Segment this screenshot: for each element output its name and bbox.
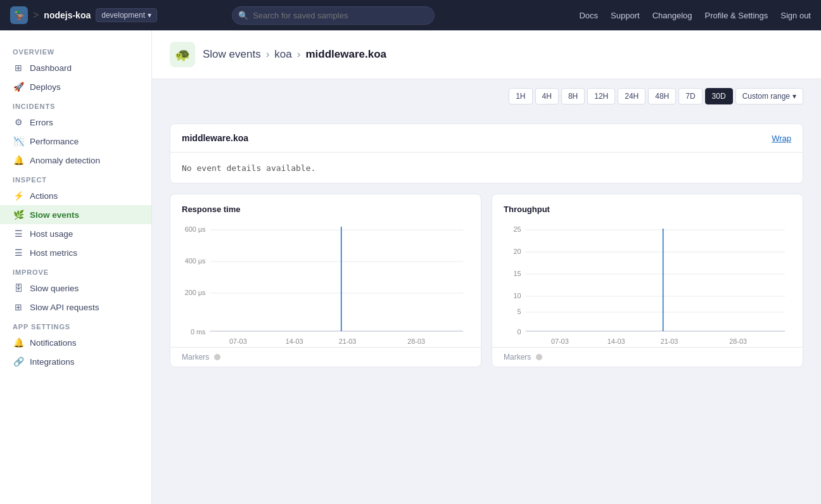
sidebar-label-actions: Actions (30, 191, 58, 201)
slow-api-icon: ⊞ (13, 302, 24, 312)
response-time-chart-area: 600 μs 400 μs 200 μs 0 ms (182, 220, 469, 347)
sidebar: OVERVIEW ⊞ Dashboard 🚀 Deploys INCIDENTS… (0, 30, 152, 504)
response-time-title: Response time (182, 205, 469, 214)
svg-text:20: 20 (514, 248, 521, 255)
sign-out-link[interactable]: Sign out (780, 11, 811, 20)
time-btn-12h[interactable]: 12H (587, 88, 615, 104)
custom-range-label: Custom range (742, 92, 790, 101)
slow-events-icon: 🌿 (13, 210, 24, 220)
time-btn-1h[interactable]: 1H (509, 88, 532, 104)
host-metrics-icon: ☰ (13, 248, 24, 258)
throughput-chart-area: 25 20 15 10 5 0 (504, 220, 791, 347)
throughput-markers: Markers (492, 347, 803, 367)
svg-text:28-03: 28-03 (407, 337, 425, 345)
wrap-link[interactable]: Wrap (772, 134, 791, 143)
breadcrumb-sep-0: › (266, 48, 270, 61)
svg-text:200 μs: 200 μs (185, 289, 206, 296)
charts-row: Response time 600 μs 400 μs 200 μs 0 ms (170, 194, 803, 367)
svg-text:0 ms: 0 ms (191, 328, 206, 336)
sidebar-item-errors[interactable]: ⚙ Errors (0, 113, 151, 132)
topnav: 🦆 > nodejs-koa development ▾ 🔍 Docs Supp… (0, 0, 821, 30)
sidebar-section-improve: IMPROVE (0, 262, 151, 279)
sidebar-label-dashboard: Dashboard (30, 63, 72, 73)
svg-text:600 μs: 600 μs (185, 225, 206, 233)
sidebar-item-integrations[interactable]: 🔗 Integrations (0, 352, 151, 371)
actions-icon: ⚡ (13, 191, 24, 201)
errors-icon: ⚙ (13, 117, 24, 127)
sidebar-item-slow-events[interactable]: 🌿 Slow events (0, 205, 151, 224)
sidebar-item-anomaly[interactable]: 🔔 Anomaly detection (0, 151, 151, 170)
sidebar-item-dashboard[interactable]: ⊞ Dashboard (0, 58, 151, 77)
sidebar-label-deploys: Deploys (30, 82, 61, 92)
sidebar-item-slow-api[interactable]: ⊞ Slow API requests (0, 298, 151, 317)
response-time-card: Response time 600 μs 400 μs 200 μs 0 ms (170, 194, 481, 367)
svg-text:400 μs: 400 μs (185, 257, 206, 265)
breadcrumb-part-0[interactable]: Slow events (203, 48, 261, 61)
sidebar-item-performance[interactable]: 📉 Performance (0, 132, 151, 151)
sidebar-section-app-settings: APP SETTINGS (0, 317, 151, 333)
sidebar-label-anomaly: Anomaly detection (30, 156, 100, 165)
docs-link[interactable]: Docs (579, 11, 598, 20)
main-header: 🐢 Slow events › koa › middleware.koa (152, 30, 821, 79)
breadcrumb-part-1[interactable]: koa (274, 48, 291, 61)
sidebar-item-slow-queries[interactable]: 🗄 Slow queries (0, 279, 151, 298)
env-label: development (101, 11, 145, 20)
sidebar-label-slow-events: Slow events (30, 210, 79, 220)
sidebar-item-host-usage[interactable]: ☰ Host usage (0, 224, 151, 243)
throughput-card: Throughput 25 20 15 10 5 0 (492, 194, 803, 367)
sidebar-item-notifications[interactable]: 🔔 Notifications (0, 333, 151, 352)
anomaly-icon: 🔔 (13, 155, 24, 165)
sidebar-section-incidents: INCIDENTS (0, 96, 151, 113)
deploys-icon: 🚀 (13, 82, 24, 92)
time-btn-custom[interactable]: Custom range ▾ (735, 88, 803, 104)
logo-icon: 🦆 (10, 6, 28, 24)
support-link[interactable]: Support (611, 11, 640, 20)
event-card: middleware.koa Wrap No event details ava… (170, 123, 803, 184)
integrations-icon: 🔗 (13, 356, 24, 367)
main-content: 🐢 Slow events › koa › middleware.koa 1H … (152, 30, 821, 504)
sidebar-item-deploys[interactable]: 🚀 Deploys (0, 77, 151, 96)
sidebar-item-host-metrics[interactable]: ☰ Host metrics (0, 243, 151, 262)
changelog-link[interactable]: Changelog (652, 11, 692, 20)
response-markers-dot (214, 354, 220, 360)
time-btn-4h[interactable]: 4H (535, 88, 559, 104)
sidebar-item-actions[interactable]: ⚡ Actions (0, 186, 151, 205)
svg-text:5: 5 (518, 308, 521, 315)
svg-text:07-03: 07-03 (229, 337, 247, 345)
profile-settings-link[interactable]: Profile & Settings (705, 11, 768, 20)
time-range-bar: 1H 4H 8H 12H 24H 48H 7D 30D Custom range… (152, 79, 821, 113)
event-card-title: middleware.koa (182, 133, 248, 143)
dashboard-icon: ⊞ (13, 63, 24, 73)
event-card-header: middleware.koa Wrap (170, 124, 803, 153)
time-btn-48h[interactable]: 48H (648, 88, 676, 104)
notifications-icon: 🔔 (13, 337, 24, 348)
svg-text:21-03: 21-03 (339, 337, 357, 345)
page-icon: 🐢 (170, 42, 195, 67)
time-btn-24h[interactable]: 24H (618, 88, 646, 104)
throughput-markers-dot (536, 354, 542, 360)
svg-text:25: 25 (514, 225, 521, 233)
sidebar-label-host-metrics: Host metrics (30, 248, 77, 258)
svg-text:14-03: 14-03 (608, 337, 625, 345)
sidebar-label-host-usage: Host usage (30, 229, 73, 239)
response-markers-label: Markers (182, 353, 209, 362)
search-input[interactable] (232, 6, 435, 25)
slow-queries-icon: 🗄 (13, 283, 24, 293)
throughput-title: Throughput (504, 205, 791, 214)
svg-text:28-03: 28-03 (729, 337, 747, 345)
response-time-markers: Markers (170, 347, 481, 367)
env-selector[interactable]: development ▾ (96, 8, 157, 22)
sidebar-section-inspect: INSPECT (0, 170, 151, 186)
throughput-svg: 25 20 15 10 5 0 (504, 220, 791, 347)
search-icon: 🔍 (238, 11, 248, 20)
time-btn-30d[interactable]: 30D (705, 88, 733, 104)
search-bar: 🔍 (232, 6, 435, 25)
svg-text:07-03: 07-03 (551, 337, 569, 345)
time-btn-7d[interactable]: 7D (678, 88, 702, 104)
no-data-text: No event details available. (182, 163, 315, 173)
event-card-body: No event details available. (170, 153, 803, 183)
content-area: middleware.koa Wrap No event details ava… (152, 123, 821, 385)
time-btn-8h[interactable]: 8H (561, 88, 585, 104)
breadcrumb: Slow events › koa › middleware.koa (203, 48, 386, 61)
sidebar-label-integrations: Integrations (30, 357, 75, 367)
